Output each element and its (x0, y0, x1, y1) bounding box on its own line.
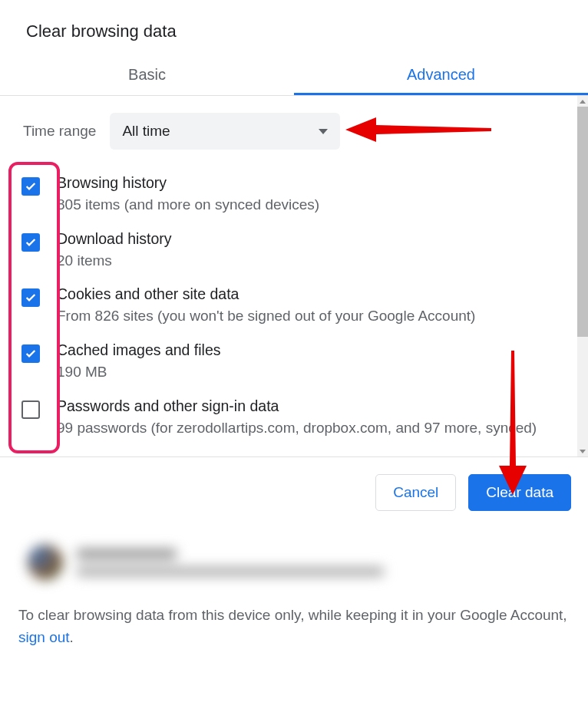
item-title: Cookies and other site data (57, 285, 570, 303)
item-subtitle: 99 passwords (for zerodollartips.com, dr… (57, 418, 570, 438)
checkbox-cached[interactable] (21, 344, 40, 363)
clear-data-button[interactable]: Clear data (468, 474, 571, 511)
check-icon (25, 348, 37, 360)
scroll-area: Time range All time Browsing history 8 (0, 96, 588, 456)
item-title: Passwords and other sign-in data (57, 397, 570, 415)
item-subtitle: From 826 sites (you won't be signed out … (57, 306, 570, 326)
hint-text-post: . (70, 629, 74, 645)
dialog-title: Clear browsing data (0, 0, 588, 55)
scrollbar[interactable] (577, 96, 588, 456)
sign-out-hint: To clear browsing data from this device … (18, 605, 570, 648)
checkbox-passwords[interactable] (21, 400, 40, 419)
item-subtitle: 20 items (57, 251, 570, 271)
check-icon (25, 236, 37, 249)
time-range-label: Time range (23, 123, 96, 140)
item-title: Download history (57, 230, 570, 248)
list-item: Download history 20 items (11, 222, 577, 278)
item-subtitle: 190 MB (57, 362, 570, 382)
list-item: Passwords and other sign-in data 99 pass… (11, 390, 577, 446)
chevron-up-icon (580, 100, 586, 104)
tabs: Basic Advanced (0, 55, 588, 96)
time-range-dropdown[interactable]: All time (110, 113, 340, 150)
checkbox-browsing-history[interactable] (21, 177, 40, 196)
checkbox-cookies[interactable] (21, 288, 40, 307)
avatar (28, 545, 63, 580)
cancel-button[interactable]: Cancel (375, 474, 456, 511)
list-item: Browsing history 805 items (and more on … (11, 166, 577, 222)
time-range-value: All time (122, 123, 170, 140)
check-icon (25, 292, 37, 304)
chevron-down-icon (580, 450, 586, 453)
dialog-body: Time range All time Browsing history 8 (0, 96, 588, 457)
account-section: To clear browsing data from this device … (0, 528, 588, 671)
time-range-row: Time range All time (0, 96, 577, 166)
scrollbar-thumb[interactable] (577, 107, 588, 337)
tab-basic[interactable]: Basic (0, 55, 294, 95)
scroll-up-button[interactable] (577, 96, 588, 107)
hint-text-pre: To clear browsing data from this device … (18, 607, 567, 623)
dialog-footer: Cancel Clear data (0, 457, 588, 528)
account-info-blurred (18, 540, 570, 592)
check-icon (25, 180, 37, 193)
chevron-down-icon (319, 129, 328, 134)
list-item: Cookies and other site data From 826 sit… (11, 278, 577, 334)
item-title: Browsing history (57, 174, 570, 192)
item-title: Cached images and files (57, 341, 570, 359)
scroll-down-button[interactable] (577, 446, 588, 456)
tab-advanced[interactable]: Advanced (294, 55, 588, 95)
clear-browsing-data-dialog: Clear browsing data Basic Advanced Time … (0, 0, 588, 671)
list-item: Cached images and files 190 MB (11, 334, 577, 390)
checkbox-download-history[interactable] (21, 233, 40, 252)
sign-out-link[interactable]: sign out (18, 629, 70, 645)
data-type-list: Browsing history 805 items (and more on … (0, 166, 577, 445)
item-subtitle: 805 items (and more on synced devices) (57, 195, 570, 215)
